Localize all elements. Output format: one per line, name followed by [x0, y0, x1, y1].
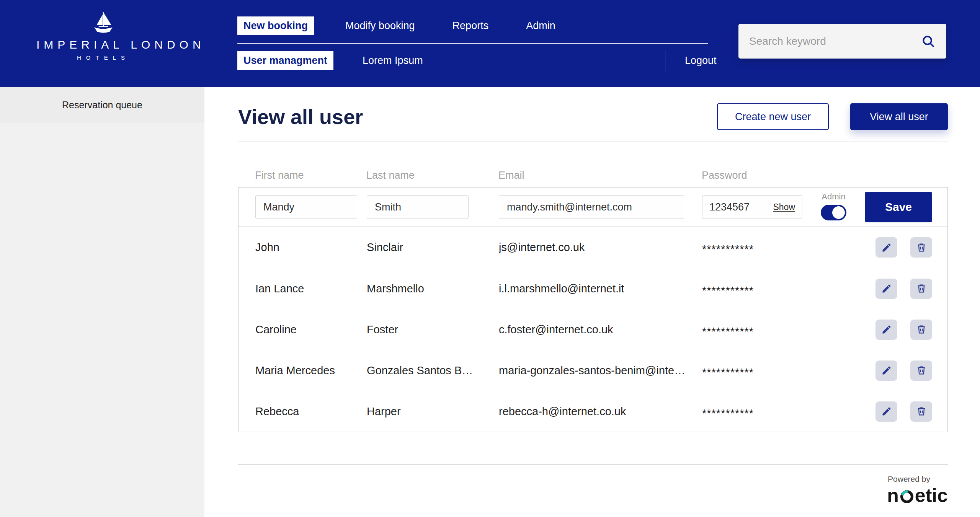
cell-email: rebecca-h@internet.co.uk — [499, 405, 702, 418]
nav-modify-booking[interactable]: Modify booking — [339, 16, 421, 35]
cell-password: *********** — [702, 325, 870, 338]
table-row: Maria Mercedes Gonzales Santos B… maria-… — [238, 350, 947, 391]
edit-user-button[interactable] — [875, 401, 897, 422]
pencil-icon — [881, 324, 892, 335]
title-buttons: Create new user View all user — [717, 103, 948, 130]
nav-lorem-ipsum[interactable]: Lorem Ipsum — [356, 51, 429, 70]
new-user-form-row: 1234567 Show Admin Save — [238, 188, 947, 227]
last-name-input[interactable] — [367, 195, 469, 219]
title-row: View all user Create new user View all u… — [238, 103, 948, 130]
sidebar: Reservation queue — [0, 87, 204, 517]
cell-last-name: Marshmello — [367, 282, 499, 295]
admin-toggle-block: Admin — [821, 192, 846, 220]
edit-user-button[interactable] — [875, 279, 897, 299]
cell-first-name: Maria Mercedes — [255, 364, 367, 377]
app-header: IMPERIAL LONDON HOTELS New booking Modif… — [0, 0, 980, 87]
delete-user-button[interactable] — [910, 320, 932, 340]
nav-admin[interactable]: Admin — [520, 16, 562, 35]
show-password-link[interactable]: Show — [773, 202, 795, 212]
footer: Powered by n etic — [238, 475, 948, 507]
cell-first-name: John — [255, 241, 367, 254]
cell-email: js@internet.co.uk — [499, 241, 702, 254]
secondary-nav: User managment Lorem Ipsum — [237, 52, 429, 69]
nav-divider — [237, 43, 708, 44]
cell-password: *********** — [702, 366, 870, 379]
view-all-user-button[interactable]: View all user — [850, 103, 948, 130]
cell-first-name: Caroline — [255, 323, 367, 336]
first-name-input[interactable] — [255, 195, 357, 219]
pencil-icon — [881, 365, 892, 376]
edit-user-button[interactable] — [875, 237, 897, 258]
cell-email: maria-gonzales-santos-benim@inte… — [499, 364, 702, 377]
cell-password: *********** — [702, 407, 870, 420]
cell-password: *********** — [702, 243, 870, 256]
table-row: Ian Lance Marshmello i.l.marshmello@inte… — [238, 268, 947, 309]
search-box — [738, 24, 946, 59]
col-header-first-name: First name — [255, 170, 366, 181]
cell-last-name: Sinclair — [367, 241, 499, 254]
edit-user-button[interactable] — [875, 360, 897, 381]
table-row: Caroline Foster c.foster@internet.co.uk … — [238, 309, 947, 350]
page: IMPERIAL LONDON HOTELS New booking Modif… — [0, 0, 980, 517]
cell-first-name: Rebecca — [255, 405, 367, 418]
admin-label: Admin — [822, 192, 845, 202]
cell-last-name: Gonzales Santos B… — [367, 364, 499, 377]
col-header-last-name: Last name — [366, 170, 498, 181]
page-title: View all user — [238, 105, 363, 129]
nav-new-booking[interactable]: New booking — [237, 16, 314, 35]
main-content: View all user Create new user View all u… — [204, 87, 980, 517]
trash-icon — [916, 406, 927, 417]
password-value: 1234567 — [709, 201, 750, 213]
pencil-icon — [881, 406, 892, 417]
nav-user-management[interactable]: User managment — [237, 51, 333, 70]
create-new-user-button[interactable]: Create new user — [717, 103, 829, 130]
col-header-password: Password — [702, 170, 869, 181]
trash-icon — [916, 283, 927, 294]
table-row: Rebecca Harper rebecca-h@internet.co.uk … — [238, 391, 947, 432]
logout-button[interactable]: Logout — [679, 52, 722, 69]
delete-user-button[interactable] — [910, 237, 932, 258]
admin-toggle[interactable] — [821, 205, 846, 220]
toggle-knob — [832, 206, 845, 219]
delete-user-button[interactable] — [910, 360, 932, 381]
brand-name: IMPERIAL LONDON — [36, 38, 170, 51]
primary-nav: New booking Modify booking Reports Admin — [237, 17, 562, 34]
cell-password: *********** — [702, 284, 870, 297]
delete-user-button[interactable] — [910, 401, 932, 422]
delete-user-button[interactable] — [910, 279, 932, 299]
trash-icon — [916, 365, 927, 376]
cell-last-name: Harper — [367, 405, 499, 418]
noetic-logo: n etic — [887, 484, 948, 507]
col-header-email: Email — [498, 170, 702, 181]
logout-divider — [665, 51, 665, 71]
pencil-icon — [881, 283, 892, 294]
powered-by-label: Powered by — [888, 475, 930, 484]
ship-icon — [91, 11, 116, 36]
cell-email: i.l.marshmello@internet.it — [499, 282, 702, 295]
cell-last-name: Foster — [367, 323, 499, 336]
pencil-icon — [881, 242, 892, 253]
search-icon[interactable] — [921, 34, 936, 49]
footer-divider — [238, 464, 948, 465]
brand-subtitle: HOTELS — [36, 54, 170, 61]
title-divider — [238, 142, 948, 142]
cell-email: c.foster@internet.co.uk — [499, 323, 702, 336]
table-header-row: First name Last name Email Password — [238, 163, 948, 187]
users-table: 1234567 Show Admin Save John Sinclair js… — [238, 187, 948, 432]
save-button[interactable]: Save — [865, 192, 932, 222]
cell-first-name: Ian Lance — [255, 282, 367, 295]
nav-reports[interactable]: Reports — [446, 16, 495, 35]
trash-icon — [916, 324, 927, 335]
noetic-o-icon — [899, 489, 915, 504]
sidebar-item-reservation-queue[interactable]: Reservation queue — [0, 87, 204, 123]
edit-user-button[interactable] — [875, 320, 897, 340]
search-input[interactable] — [749, 35, 921, 47]
email-input[interactable] — [499, 195, 684, 219]
brand-logo: IMPERIAL LONDON HOTELS — [36, 11, 170, 61]
password-input[interactable]: 1234567 Show — [702, 195, 802, 219]
table-row: John Sinclair js@internet.co.uk ********… — [238, 227, 947, 268]
trash-icon — [916, 242, 927, 253]
